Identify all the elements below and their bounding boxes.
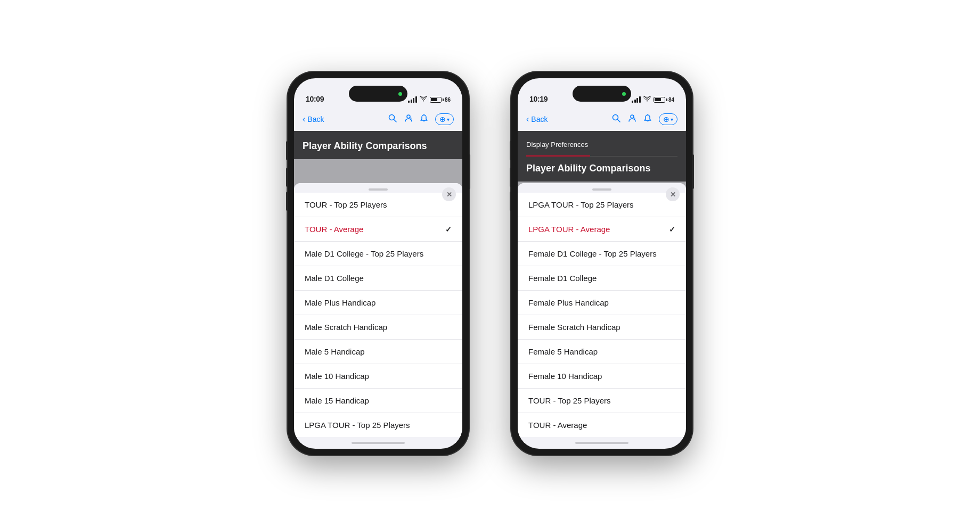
search-icon[interactable] — [612, 114, 620, 125]
sheet-modal: ✕ TOUR - Top 25 Players TOUR - Average — [294, 183, 462, 437]
sheet-item-4[interactable]: Female Plus Handicap — [518, 291, 686, 315]
nav-actions: ⊕ ▾ — [388, 113, 454, 125]
sheet-item-8[interactable]: Male 15 Handicap — [294, 389, 462, 413]
sheet-item-3[interactable]: Female D1 College — [518, 266, 686, 291]
camera-indicator — [398, 92, 402, 96]
sheet-item-label-7: Male 10 Handicap — [305, 372, 369, 381]
bell-icon[interactable] — [420, 114, 428, 125]
close-button[interactable]: ✕ — [666, 187, 680, 201]
sheet-item-label-9: TOUR - Average — [528, 421, 587, 430]
close-button[interactable]: ✕ — [442, 187, 456, 201]
phone-frame: 10:19 — [511, 72, 692, 455]
person-icon[interactable] — [628, 114, 636, 125]
section-title: Player Ability Comparisons — [303, 141, 454, 152]
bell-icon[interactable] — [644, 114, 651, 125]
sheet-item-1[interactable]: LPGA TOUR - Average ✓ — [518, 217, 686, 242]
sheet-item-label-3: Male D1 College — [305, 274, 364, 283]
sheet-item-6[interactable]: Female 5 Handicap — [518, 340, 686, 364]
sheet-item-9[interactable]: TOUR - Average — [518, 413, 686, 437]
phone-screen: 10:19 — [518, 78, 686, 449]
sheet-item-1[interactable]: TOUR - Average ✓ — [294, 217, 462, 242]
home-indicator — [294, 437, 462, 449]
tab-label: Display Preferences — [526, 141, 588, 152]
sheet-handle — [592, 188, 611, 191]
camera-indicator — [622, 92, 626, 96]
svg-line-1 — [394, 120, 397, 122]
battery-level: 86 — [445, 97, 451, 103]
sheet-item-0[interactable]: TOUR - Top 25 Players — [294, 193, 462, 217]
back-chevron-icon: ‹ — [526, 114, 529, 124]
home-indicator — [518, 437, 686, 449]
sheet-item-label-6: Female 5 Handicap — [528, 347, 598, 356]
back-label: Back — [531, 115, 548, 123]
sheet-item-label-4: Male Plus Handicap — [305, 298, 375, 307]
page-header: Display Preferences Player Ability Compa… — [518, 131, 686, 182]
sheet-item-9[interactable]: LPGA TOUR - Top 25 Players — [294, 413, 462, 437]
sheet-item-5[interactable]: Male Scratch Handicap — [294, 315, 462, 340]
sheet-item-3[interactable]: Male D1 College — [294, 266, 462, 291]
sheet-item-6[interactable]: Male 5 Handicap — [294, 340, 462, 364]
sheet-modal: ✕ LPGA TOUR - Top 25 Players LPGA TOUR — [518, 183, 686, 437]
signal-icon — [408, 96, 417, 103]
sheet-list: TOUR - Top 25 Players TOUR - Average ✓ — [294, 193, 462, 437]
sheet-item-label-6: Male 5 Handicap — [305, 347, 365, 356]
wifi-icon — [420, 96, 427, 103]
sheet-handle — [369, 188, 388, 191]
sheet-item-label-5: Male Scratch Handicap — [305, 323, 387, 332]
sheet-item-label-1: TOUR - Average — [305, 225, 363, 234]
sheet-item-label-1: LPGA TOUR - Average — [528, 225, 610, 234]
home-indicator-bar — [352, 442, 405, 444]
back-button[interactable]: ‹ Back — [526, 114, 548, 124]
sheet-item-label-2: Female D1 College - Top 25 Players — [528, 249, 657, 258]
plus-chevron: ▾ — [447, 117, 450, 122]
sheet-handle-row: ✕ — [294, 183, 462, 193]
phone-phone-left: 10:09 — [288, 72, 469, 455]
plus-button[interactable]: ⊕ ▾ — [435, 113, 454, 125]
sheet-item-4[interactable]: Male Plus Handicap — [294, 291, 462, 315]
signal-icon — [632, 96, 641, 103]
section-title: Player Ability Comparisons — [526, 163, 677, 174]
sheet-item-0[interactable]: LPGA TOUR - Top 25 Players — [518, 193, 686, 217]
battery-icon: 84 — [654, 97, 674, 103]
status-icons: 84 — [632, 96, 674, 103]
sheet-item-5[interactable]: Female Scratch Handicap — [518, 315, 686, 340]
sheet-item-label-8: Male 15 Handicap — [305, 396, 369, 405]
sheet-item-label-3: Female D1 College — [528, 274, 597, 283]
battery-level: 84 — [668, 97, 674, 103]
battery-icon: 86 — [430, 97, 451, 103]
sheet-item-label-9: LPGA TOUR - Top 25 Players — [305, 421, 410, 430]
sheet-item-7[interactable]: Male 10 Handicap — [294, 364, 462, 389]
sheet-handle-row: ✕ — [518, 183, 686, 193]
person-icon[interactable] — [404, 114, 413, 125]
sheet-item-label-2: Male D1 College - Top 25 Players — [305, 249, 423, 258]
status-icons: 86 — [408, 96, 451, 103]
status-time: 10:19 — [529, 95, 548, 103]
sheet-container: ✕ LPGA TOUR - Top 25 Players LPGA TOUR — [518, 182, 686, 437]
sheet-item-label-7: Female 10 Handicap — [528, 372, 602, 381]
sheet-list: LPGA TOUR - Top 25 Players LPGA TOUR - A… — [518, 193, 686, 437]
sheet-item-label-8: TOUR - Top 25 Players — [528, 396, 611, 405]
search-icon[interactable] — [388, 114, 397, 125]
plus-button[interactable]: ⊕ ▾ — [659, 113, 677, 125]
phone-phone-right: 10:19 — [511, 72, 692, 455]
phone-frame: 10:09 — [288, 72, 469, 455]
back-chevron-icon: ‹ — [303, 114, 305, 124]
plus-icon: ⊕ — [663, 115, 669, 123]
check-icon-1: ✓ — [445, 225, 452, 234]
sheet-item-2[interactable]: Female D1 College - Top 25 Players — [518, 242, 686, 266]
sheet-item-7[interactable]: Female 10 Handicap — [518, 364, 686, 389]
status-time: 10:09 — [306, 95, 324, 103]
dynamic-island — [349, 86, 407, 102]
sheet-item-label-4: Female Plus Handicap — [528, 298, 609, 307]
nav-bar: ‹ Back — [518, 108, 686, 131]
sheet-container: ✕ TOUR - Top 25 Players TOUR - Average — [294, 159, 462, 437]
sheet-item-8[interactable]: TOUR - Top 25 Players — [518, 389, 686, 413]
phone-screen: 10:09 — [294, 78, 462, 449]
back-button[interactable]: ‹ Back — [303, 114, 324, 124]
svg-line-4 — [618, 120, 620, 122]
nav-bar: ‹ Back — [294, 108, 462, 131]
home-indicator-bar — [575, 442, 628, 444]
sheet-item-label-0: TOUR - Top 25 Players — [305, 200, 387, 209]
sheet-item-2[interactable]: Male D1 College - Top 25 Players — [294, 242, 462, 266]
dynamic-island — [573, 86, 631, 102]
